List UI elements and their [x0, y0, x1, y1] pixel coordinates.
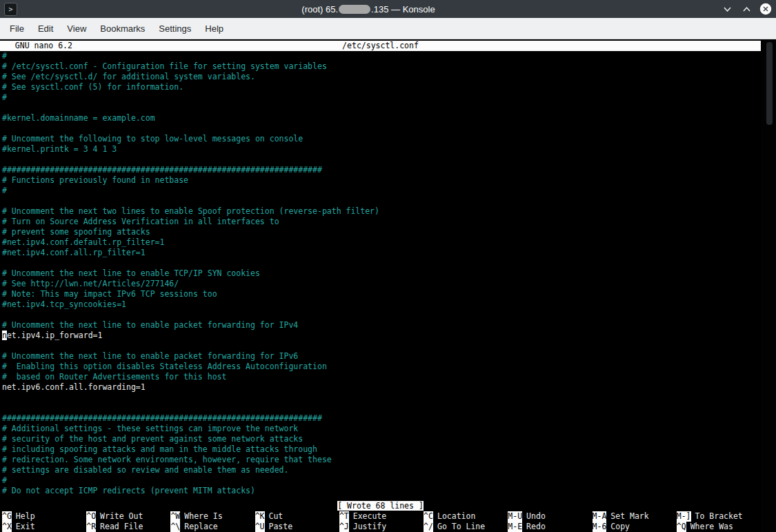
editor-line: # based on Router Advertisements for thi…: [2, 372, 761, 382]
editor-line: #net.ipv4.conf.default.rp_filter=1: [2, 237, 761, 248]
editor-line: #: [2, 92, 761, 103]
shortcut-redo: M-ERedo: [508, 522, 592, 532]
shortcut-cut: ^KCut: [255, 511, 339, 522]
nano-shortcuts: ^GHelp^OWrite Out^WWhere Is^KCut^TExecut…: [0, 511, 761, 532]
shortcut-exit: ^XExit: [2, 522, 86, 532]
editor-line: [2, 124, 761, 134]
shortcut-label: Cut: [269, 511, 283, 522]
shortcut-go-to-line: ^/Go To Line: [424, 522, 508, 532]
editor-line: # Turn on Source Address Verification in…: [2, 217, 761, 227]
shortcut-label: Read File: [100, 522, 143, 532]
editor-line: # Uncomment the next line to enable pack…: [2, 320, 761, 331]
editor-line: #: [2, 51, 761, 61]
editor-line: # Uncomment the next line to enable pack…: [2, 351, 761, 362]
chevron-down-icon: [723, 5, 732, 14]
shortcut-execute: ^TExecute: [339, 511, 424, 522]
menu-item-help[interactable]: Help: [198, 21, 230, 37]
scrollbar-handle[interactable]: [766, 42, 773, 125]
shortcut-location: ^CLocation: [424, 511, 508, 522]
editor-line: ########################################…: [2, 413, 761, 424]
editor-line: # Enabling this option disables Stateles…: [2, 362, 761, 372]
chevron-up-icon: [742, 5, 751, 14]
editor-line: #: [2, 186, 761, 196]
editor-line: # Note: This may impact IPv6 TCP session…: [2, 289, 761, 299]
editor-line: #net.ipv4.tcp_syncookies=1: [2, 299, 761, 310]
editor-line: [2, 310, 761, 320]
close-icon: [759, 3, 772, 15]
shortcut-label: Justify: [353, 522, 386, 532]
maximize-button[interactable]: [740, 3, 753, 15]
menu-item-view[interactable]: View: [60, 21, 93, 37]
window-controls: [721, 3, 772, 15]
editor-line: # See http://lwn.net/Articles/277146/: [2, 279, 761, 289]
shortcut-label: Set Mark: [610, 511, 648, 522]
shortcut-key: ^T: [339, 511, 349, 522]
editor-line: # including spoofing attacks and man in …: [2, 444, 761, 455]
shortcut-key: ^C: [424, 511, 433, 522]
konsole-app-icon: >: [4, 3, 17, 16]
shortcut-label: Paste: [269, 522, 293, 532]
editor-line: # security of the host and prevent again…: [2, 434, 761, 444]
menu-item-edit[interactable]: Edit: [31, 21, 60, 37]
shortcut-replace: ^\Replace: [170, 522, 255, 532]
window-titlebar[interactable]: > (root) 65..135 — Konsole: [0, 0, 776, 18]
shortcut-key: ^U: [255, 522, 265, 532]
shortcut-key: M-A: [593, 511, 607, 522]
shortcut-justify: ^JJustify: [339, 522, 424, 532]
editor-line: net.ipv4.ip_forward=1: [2, 331, 761, 341]
nano-filename: /etc/sysctl.conf: [0, 41, 761, 51]
text-cursor: n: [2, 331, 7, 340]
editor-line: [2, 155, 761, 165]
shortcut-key: ^\: [170, 522, 180, 532]
shortcut-key: ^/: [424, 522, 433, 532]
shortcut-label: Replace: [184, 522, 217, 532]
editor-line: [2, 393, 761, 403]
menu-bar: FileEditViewBookmarksSettingsHelp: [0, 18, 776, 39]
editor-line: # Functions previously found in netbase: [2, 175, 761, 186]
shortcut-key: M-E: [508, 522, 522, 532]
editor-line: #kernel.printk = 3 4 1 3: [2, 144, 761, 155]
editor-line: #: [2, 475, 761, 486]
shortcut-key: ^G: [2, 511, 12, 522]
close-button[interactable]: [759, 3, 772, 15]
editor-line: # settings are disabled so review and en…: [2, 465, 761, 475]
shortcut-help: ^GHelp: [2, 511, 86, 522]
shortcut-label: Help: [16, 511, 35, 522]
editor-line: net.ipv6.conf.all.forwarding=1: [2, 382, 761, 393]
editor-line: # Uncomment the next line to enable TCP/…: [2, 268, 761, 279]
nano-editor: GNU nano 6.2 /etc/sysctl.conf ## /etc/sy…: [0, 39, 761, 532]
nano-header: GNU nano 6.2 /etc/sysctl.conf: [0, 41, 761, 51]
editor-line: # See sysctl.conf (5) for information.: [2, 82, 761, 92]
editor-line: # prevent some spoofing attacks: [2, 227, 761, 237]
editor-line: #kernel.domainname = example.com: [2, 113, 761, 124]
shortcut-label: Write Out: [100, 511, 143, 522]
editor-line: [2, 341, 761, 351]
editor-line: # Uncomment the next two lines to enable…: [2, 206, 761, 217]
editor-line: ########################################…: [2, 165, 761, 175]
shortcut-key: ^O: [86, 511, 96, 522]
terminal[interactable]: GNU nano 6.2 /etc/sysctl.conf ## /etc/sy…: [0, 39, 776, 532]
editor-line: # Uncomment the following to stop low-le…: [2, 134, 761, 144]
shortcut-key: M-6: [593, 522, 607, 532]
shortcut-key: M-]: [677, 511, 691, 522]
shortcut-label: Execute: [353, 511, 386, 522]
window-title-prefix: (root) 65.: [301, 4, 338, 14]
minimize-button[interactable]: [721, 3, 733, 15]
shortcut-key: M-U: [508, 511, 522, 522]
shortcut-label: Where Is: [184, 511, 222, 522]
menu-item-settings[interactable]: Settings: [152, 21, 198, 37]
shortcut-key: ^J: [339, 522, 349, 532]
editor-line: # /etc/sysctl.conf - Configuration file …: [2, 61, 761, 72]
menu-item-bookmarks[interactable]: Bookmarks: [93, 21, 152, 37]
menu-item-file[interactable]: File: [3, 21, 31, 37]
shortcut-read-file: ^RRead File: [86, 522, 170, 532]
shortcut-label: Copy: [610, 522, 630, 532]
nano-content: ## /etc/sysctl.conf - Configuration file…: [0, 51, 761, 501]
scrollbar[interactable]: [761, 39, 776, 532]
editor-line: [2, 196, 761, 206]
shortcut-label: Exit: [16, 522, 35, 532]
shortcut-key: ^K: [255, 511, 265, 522]
editor-line: # Do not accept ICMP redirects (prevent …: [2, 486, 761, 496]
shortcut-copy: M-6Copy: [593, 522, 677, 532]
window-title-suffix: .135 — Konsole: [371, 4, 435, 14]
